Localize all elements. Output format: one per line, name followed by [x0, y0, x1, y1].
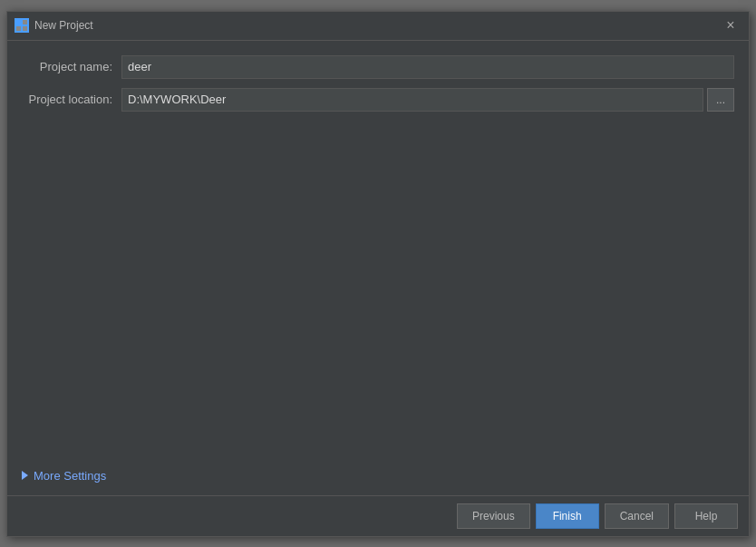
project-location-row: Project location: ... — [22, 88, 734, 112]
project-location-input[interactable] — [121, 88, 703, 112]
more-settings-triangle-icon — [22, 471, 28, 480]
svg-rect-1 — [23, 20, 27, 24]
svg-rect-3 — [23, 26, 27, 31]
close-button[interactable]: × — [720, 15, 741, 36]
finish-button[interactable]: Finish — [536, 503, 599, 529]
project-location-label: Project location: — [22, 93, 121, 106]
project-name-input[interactable] — [121, 55, 734, 79]
cancel-button[interactable]: Cancel — [605, 503, 669, 529]
new-project-dialog: New Project × Project name: Project loca… — [6, 11, 750, 537]
project-name-row: Project name: — [22, 55, 734, 79]
content-area — [22, 121, 734, 464]
dialog-icon — [15, 18, 29, 33]
dialog-body: Project name: Project location: ... More… — [7, 41, 749, 495]
browse-button[interactable]: ... — [707, 88, 734, 112]
svg-rect-0 — [16, 20, 21, 24]
svg-rect-2 — [16, 26, 21, 31]
help-button[interactable]: Help — [674, 503, 738, 529]
dialog-footer: Previous Finish Cancel Help — [7, 495, 749, 536]
more-settings-toggle[interactable]: More Settings — [22, 464, 734, 488]
title-bar: New Project × — [7, 12, 749, 41]
project-name-label: Project name: — [22, 60, 121, 73]
dialog-title: New Project — [34, 19, 720, 32]
previous-button[interactable]: Previous — [457, 503, 530, 529]
more-settings-label: More Settings — [34, 469, 106, 483]
